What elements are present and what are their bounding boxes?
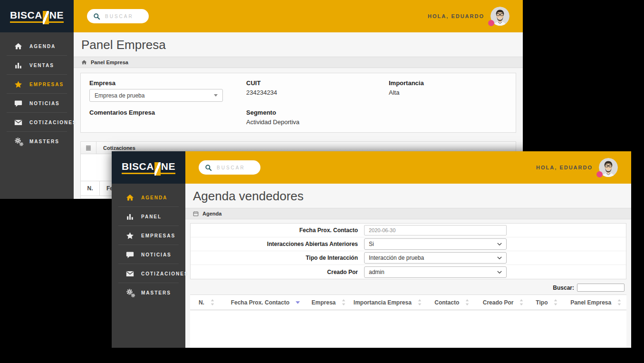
bar-chart-icon — [126, 213, 134, 221]
column-header-creado-por[interactable]: Creado Por — [478, 299, 529, 306]
sidebar-item-agenda[interactable]: AGENDA — [0, 37, 74, 56]
column-header-n[interactable]: N. — [81, 181, 100, 196]
sidebar-item-ventas[interactable]: VENTAS — [0, 56, 74, 75]
status-dot — [488, 20, 494, 26]
table-search-input[interactable] — [577, 284, 625, 292]
grid-spacer — [389, 109, 507, 126]
envelope-icon — [126, 270, 134, 278]
panel-menu-button[interactable] — [81, 142, 96, 154]
field-importancia: Importancia Alta — [389, 79, 507, 102]
sidebar-item-cotizaciones[interactable]: COTIZACIONES — [112, 264, 185, 283]
topbar: HOLA, EDUARDO — [185, 151, 631, 184]
sidebar-item-noticias[interactable]: NOTICIAS — [112, 245, 185, 264]
field-value: 234234234 — [246, 89, 389, 96]
column-header-n[interactable]: N. — [190, 299, 223, 306]
empresa-select[interactable]: Empresa de prueba — [89, 89, 223, 102]
app-header: BISCA NE HOLA, EDUARDO — [0, 0, 523, 32]
sort-icon — [554, 299, 557, 305]
column-label: N. — [199, 299, 204, 306]
field-value: Alta — [389, 89, 507, 96]
chevron-down-icon — [497, 271, 502, 274]
page-title: Panel Empresa — [74, 32, 523, 57]
column-header-tipo[interactable]: Tipo — [528, 299, 565, 306]
filter-label: Creado Por — [191, 269, 364, 275]
app-header: BISCA NE HOLA, EDUARDO — [112, 151, 631, 184]
sidebar-item-masters[interactable]: MASTERS — [112, 283, 185, 302]
logo-slash-icon — [154, 162, 161, 176]
column-label: Panel Empresa — [570, 299, 611, 306]
agenda-table-body — [190, 310, 626, 348]
column-label: Creado Por — [483, 299, 514, 306]
avatar[interactable] — [599, 158, 618, 177]
column-header-empresa[interactable]: Empresa — [308, 299, 349, 306]
topbar: HOLA, EDUARDO — [74, 0, 523, 32]
sidebar-item-label: COTIZACIONES — [141, 271, 189, 276]
sidebar-item-label: MASTERS — [141, 290, 171, 295]
chevron-down-icon — [497, 243, 502, 245]
column-label: Empresa — [312, 299, 336, 306]
sort-icon — [617, 299, 621, 305]
sidebar-item-empresas[interactable]: EMPRESAS — [0, 75, 74, 94]
field-label: Importancia — [389, 79, 507, 87]
interacciones-abiertas-select[interactable]: Si — [364, 238, 507, 250]
field-label: Empresa — [89, 79, 246, 87]
user-area: HOLA, EDUARDO — [536, 158, 618, 177]
agenda-table-header: N. Fecha Prox. Contacto Empresa Importan… — [190, 294, 626, 310]
avatar[interactable] — [490, 7, 509, 26]
chat-bubble-icon — [14, 99, 22, 108]
sidebar-item-masters[interactable]: MASTERS — [0, 132, 74, 151]
column-header-importancia-empresa[interactable]: Importancia Empresa — [349, 299, 426, 306]
sidebar-item-panel[interactable]: PANEL — [112, 207, 185, 226]
hamburger-icon — [85, 145, 92, 151]
sidebar: AGENDA VENTAS EMPRESAS NOTICIAS COTIZACI… — [0, 32, 74, 199]
column-header-fecha-prox-contacto[interactable]: Fecha Prox. Contacto — [223, 299, 308, 306]
sidebar-item-label: AGENDA — [29, 44, 56, 49]
filter-row-tipo: Tipo de Interacción Interacción de prueb… — [191, 251, 626, 265]
sidebar-item-agenda[interactable]: AGENDA — [112, 188, 185, 207]
breadcrumb-label: Panel Empresa — [91, 59, 128, 65]
sort-icon — [342, 299, 346, 305]
gears-icon — [14, 137, 24, 146]
search-icon — [205, 164, 212, 171]
column-header-contacto[interactable]: Contacto — [426, 299, 478, 306]
global-search[interactable] — [87, 9, 149, 23]
sidebar-item-cotizaciones[interactable]: COTIZACIONES — [0, 113, 74, 132]
sort-desc-icon — [296, 301, 300, 304]
table-toolbar: Buscar: — [185, 279, 631, 294]
fecha-prox-contacto-input[interactable] — [364, 225, 507, 235]
logo-block[interactable]: BISCA NE — [0, 0, 74, 32]
sidebar: AGENDA PANEL EMPRESAS NOTICIAS COTIZACIO… — [112, 184, 185, 348]
select-value: Si — [369, 241, 374, 247]
field-segmento: Segmento Actividad Deportiva — [246, 109, 389, 126]
global-search[interactable] — [199, 160, 260, 175]
sidebar-item-label: NOTICIAS — [29, 101, 60, 106]
search-input[interactable] — [217, 165, 256, 170]
logo-block[interactable]: BISCA NE — [112, 151, 185, 184]
chevron-down-icon — [497, 256, 502, 259]
field-label: Segmento — [246, 109, 389, 116]
home-icon — [126, 194, 134, 202]
star-icon — [14, 80, 22, 88]
select-value: admin — [369, 269, 384, 275]
sort-icon — [465, 299, 469, 305]
filter-label: Interacciones Abiertas Anteriores — [191, 241, 364, 247]
sidebar-item-label: EMPRESAS — [141, 233, 175, 238]
bar-chart-icon — [14, 61, 22, 69]
sidebar-item-label: MASTERS — [29, 139, 59, 144]
sidebar-item-noticias[interactable]: NOTICIAS — [0, 94, 74, 113]
tipo-interaccion-select[interactable]: Interacción de prueba — [364, 252, 507, 264]
home-icon — [81, 59, 87, 65]
creado-por-select[interactable]: admin — [364, 266, 507, 278]
column-label: Tipo — [536, 299, 548, 306]
chat-bubble-icon — [126, 251, 134, 259]
sidebar-item-empresas[interactable]: EMPRESAS — [112, 226, 185, 245]
gears-icon — [126, 288, 135, 297]
column-header-panel-empresa[interactable]: Panel Empresa — [565, 299, 626, 306]
logo-text-left: BISCA — [122, 161, 154, 171]
main-content: Agenda vendedores Agenda Fecha Prox. Con… — [185, 184, 631, 348]
sort-icon — [211, 299, 214, 305]
sort-icon — [519, 299, 523, 305]
empresa-select-value: Empresa de prueba — [95, 92, 144, 99]
calendar-icon — [193, 211, 199, 216]
search-input[interactable] — [105, 14, 144, 19]
